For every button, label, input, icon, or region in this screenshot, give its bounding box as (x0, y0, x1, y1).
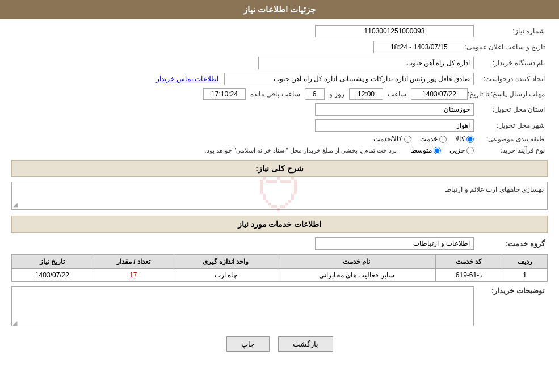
description-box: 🛡 بهسازی چاههای ارت علائم و ارتباط ◢ (11, 182, 548, 210)
deadline-days-label: روز و (329, 90, 344, 98)
buyer-notes-textarea[interactable] (11, 286, 474, 326)
province-label: استان محل تحویل: (474, 106, 548, 113)
deadline-date-input[interactable] (411, 88, 468, 100)
category-kala-khedmat-label: کالا/خدمت (373, 135, 402, 143)
print-button[interactable]: چاپ (226, 336, 270, 352)
resize-handle: ◢ (13, 201, 18, 208)
province-input[interactable] (315, 103, 474, 116)
buyer-notes-label: توضیحات خریدار: (474, 286, 548, 295)
services-section-header: اطلاعات خدمات مورد نیاز (11, 216, 548, 233)
category-khedmat[interactable]: خدمت (420, 135, 447, 143)
buyer-org-label: نام دستگاه خریدار: (474, 59, 548, 67)
process-radio-group: جزیی متوسط پرداخت تمام یا بخشی از مبلغ خ… (204, 146, 474, 154)
category-kala-label: کالا (455, 135, 465, 143)
category-kala[interactable]: کالا (455, 135, 474, 143)
page-header: جزئیات اطلاعات نیاز (0, 0, 559, 19)
page-title: جزئیات اطلاعات نیاز (243, 5, 316, 14)
category-radio-group: کالا خدمت کالا/خدمت (373, 135, 474, 143)
city-input[interactable] (315, 119, 474, 132)
process-motavasset[interactable]: متوسط (411, 146, 441, 154)
creator-input[interactable] (224, 73, 474, 85)
process-note: پرداخت تمام یا بخشی از مبلغ خریداز محل "… (204, 147, 397, 154)
col-unit: واحد اندازه گیری (174, 255, 278, 269)
col-code: کد خدمت (435, 255, 502, 269)
need-number-input[interactable] (315, 25, 474, 37)
announce-date-input[interactable] (373, 41, 464, 53)
description-section-title: شرح کلی نیاز: (255, 164, 303, 173)
col-qty: تعداد / مقدار (93, 255, 174, 269)
process-motavasset-label: متوسط (411, 146, 432, 154)
service-group-label: گروه خدمت: (474, 239, 548, 248)
cell-date: 1403/07/22 (12, 269, 93, 282)
cell-code: د-61-619 (435, 269, 502, 282)
category-kala-khedmat-radio[interactable] (404, 136, 411, 143)
creator-label: ایجاد کننده درخواست: (474, 75, 548, 83)
service-group-input[interactable] (315, 237, 474, 250)
col-name: نام خدمت (278, 255, 435, 269)
process-jozi[interactable]: جزیی (449, 146, 474, 154)
deadline-remaining-input[interactable] (203, 88, 246, 100)
back-button[interactable]: بازگشت (278, 336, 333, 352)
services-table: ردیف کد خدمت نام خدمت واحد اندازه گیری ت… (11, 254, 548, 282)
category-khedmat-radio[interactable] (439, 136, 447, 143)
process-jozi-radio[interactable] (466, 147, 474, 154)
col-date: تاریخ نیاز (12, 255, 93, 269)
process-motavasset-radio[interactable] (434, 147, 441, 154)
cell-unit: چاه ارت (174, 269, 278, 282)
cell-qty: 17 (93, 269, 174, 282)
watermark: 🛡 (257, 170, 302, 222)
action-buttons: بازگشت چاپ (11, 336, 548, 352)
deadline-days-input[interactable] (305, 88, 325, 100)
services-section-title: اطلاعات خدمات مورد نیاز (238, 220, 322, 229)
deadline-time-input[interactable] (349, 88, 383, 100)
deadline-label: مهلت ارسال پاسخ: تا تاریخ: (468, 90, 548, 98)
cell-row: 1 (502, 269, 548, 282)
cell-name: سایر فعالیت های مخابراتی (278, 269, 435, 282)
category-kala-khedmat[interactable]: کالا/خدمت (373, 135, 411, 143)
contact-link[interactable]: اطلاعات تماس خریدار (156, 75, 218, 83)
category-kala-radio[interactable] (466, 136, 474, 143)
category-khedmat-label: خدمت (420, 135, 438, 143)
city-label: شهر محل تحویل: (474, 121, 548, 129)
table-row: 1 د-61-619 سایر فعالیت های مخابراتی چاه … (12, 269, 548, 282)
need-number-label: شماره نیاز: (474, 27, 548, 35)
process-jozi-label: جزیی (449, 146, 465, 154)
buyer-org-input[interactable] (258, 57, 474, 69)
process-label: نوع فرآیند خرید: (474, 146, 548, 154)
description-section-header: شرح کلی نیاز: (11, 160, 548, 177)
notes-resize-handle: ◢ (12, 319, 17, 327)
description-text: بهسازی چاههای ارت علائم و ارتباط (445, 186, 544, 193)
category-label: طبقه بندی موضوعی: (474, 135, 548, 143)
announce-date-label: تاریخ و ساعت اعلان عمومی: (464, 43, 548, 51)
deadline-remaining-label: ساعت باقی مانده (250, 90, 300, 98)
col-row: ردیف (502, 255, 548, 269)
deadline-time-label: ساعت (388, 90, 406, 98)
